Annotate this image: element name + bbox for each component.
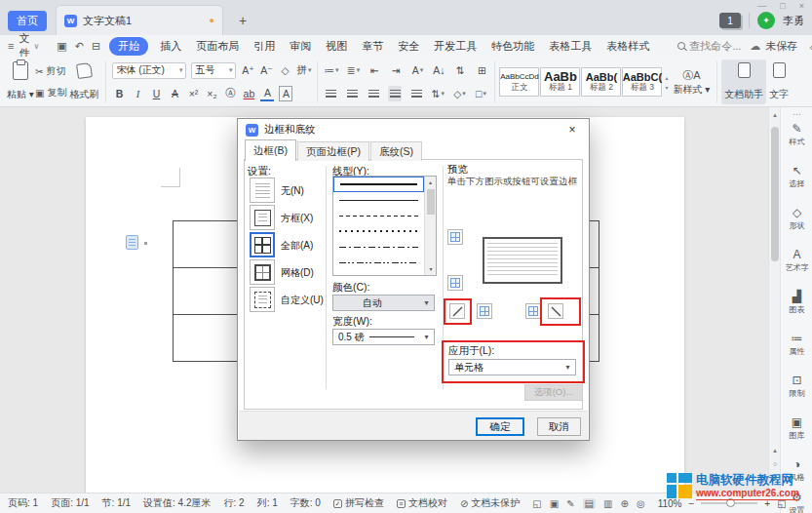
zoom-slider[interactable] [701, 502, 757, 504]
line-spacing-button[interactable]: ⇅▾ [431, 86, 445, 101]
sidebar-more-icon[interactable]: ⋯ [781, 109, 812, 119]
decrease-indent-button[interactable]: ⇤ [367, 62, 381, 78]
style-normal[interactable]: AaBbCcDd 正文 [499, 67, 539, 97]
spell-check-toggle[interactable]: ✓ 拼写检查 [333, 496, 384, 510]
command-search[interactable]: 查找命令... [677, 39, 741, 54]
underline-button[interactable]: U [149, 86, 163, 101]
sidebar-item-shapes[interactable]: ◇形状 [781, 207, 812, 232]
paste-options-icon[interactable] [126, 235, 138, 250]
font-color-button[interactable]: A [260, 86, 274, 101]
side-by-side-icon[interactable]: ▣ [550, 498, 559, 509]
dialog-titlebar[interactable]: W 边框和底纹 [238, 119, 589, 140]
scrollbar-thumb[interactable] [771, 127, 779, 261]
gallery-scroll[interactable]: ▴ ▾ [663, 74, 670, 91]
sidebar-item-gallery[interactable]: ▣图库 [781, 416, 812, 442]
tab-table-style[interactable]: 表格样式 [603, 37, 652, 56]
bottom-border-button[interactable] [447, 275, 463, 291]
sidebar-item-restrict[interactable]: ⊡限制 [781, 375, 812, 400]
insert-table-icon-button[interactable]: ⊞ [475, 62, 488, 78]
align-right-button[interactable] [367, 86, 380, 101]
outline-view-icon[interactable]: ▥ [603, 498, 612, 509]
tab-home[interactable]: 开始 [109, 37, 148, 56]
font-size-combo[interactable]: 五号▾ [191, 62, 236, 79]
save-icon[interactable]: ▣ [57, 40, 66, 53]
line-style-scrollbar[interactable]: ▴ ▾ [424, 177, 436, 275]
align-center-button[interactable] [345, 86, 359, 101]
scroll-up-icon[interactable]: ▴ [429, 179, 432, 185]
tab-references[interactable]: 引用 [251, 37, 278, 56]
width-combo[interactable]: 0.5 磅 ▾ [332, 329, 435, 345]
ok-button[interactable]: 确定 [476, 417, 524, 436]
line-style-dash-dot[interactable] [333, 239, 424, 255]
paste-button[interactable]: 粘贴 ▾ [6, 59, 35, 104]
sidebar-item-select[interactable]: ↖选择 [781, 165, 812, 190]
style-heading1[interactable]: AaBb 标题 1 [540, 67, 580, 97]
new-style-button[interactable]: ⒶA 新样式 ▾ [671, 65, 714, 99]
page-view-icon[interactable]: ▤ [583, 498, 596, 509]
clear-format-button[interactable]: ◇ [278, 62, 291, 78]
setting-box-button[interactable] [250, 205, 275, 230]
maximize-button[interactable]: □ [780, 1, 785, 11]
tab-review[interactable]: 审阅 [287, 37, 314, 56]
new-tab-button[interactable]: + [234, 12, 251, 29]
strikethrough-button[interactable]: A [168, 86, 181, 101]
setting-none-button[interactable] [250, 178, 275, 203]
align-left-button[interactable] [324, 86, 337, 101]
page-border-button[interactable]: □▾ [474, 86, 487, 101]
fullscreen-view-icon[interactable]: ◱ [532, 498, 541, 509]
left-border-button[interactable] [477, 303, 492, 319]
print-icon[interactable]: ⊟ [92, 40, 100, 53]
tab-developer[interactable]: 开发工具 [431, 37, 480, 56]
scrollbar-thumb[interactable] [427, 189, 435, 215]
line-style-solid[interactable] [333, 177, 424, 192]
close-button[interactable]: × [799, 1, 804, 11]
top-border-button[interactable] [447, 229, 463, 245]
distribute-button[interactable] [409, 86, 423, 101]
tab-table-tools[interactable]: 表格工具 [546, 37, 595, 56]
notification-badge[interactable]: 1 [719, 13, 741, 28]
subscript-button[interactable]: ×₂ [205, 86, 218, 101]
grow-font-button[interactable]: A⁺ [241, 62, 254, 78]
dialog-close-button[interactable]: × [560, 121, 585, 138]
tab-insert[interactable]: 插入 [157, 37, 184, 56]
line-style-dash-dot-dot[interactable] [333, 255, 424, 270]
line-style-dotted[interactable] [333, 223, 424, 239]
increase-indent-button[interactable]: ⇥ [389, 62, 403, 78]
tab-page-layout[interactable]: 页面布局 [193, 37, 242, 56]
tab-section[interactable]: 章节 [359, 37, 386, 56]
gallery-down-icon[interactable]: ▾ [665, 84, 668, 91]
setting-custom-button[interactable] [250, 287, 275, 312]
bullet-list-button[interactable]: ≔▾ [324, 62, 338, 78]
color-combo[interactable]: 自动 ▾ [332, 295, 435, 311]
home-tab[interactable]: 首页 [8, 11, 47, 31]
border-preview-box[interactable] [483, 237, 562, 284]
shading-button[interactable]: ◇▾ [452, 86, 466, 101]
italic-button[interactable]: I [131, 86, 144, 101]
font-name-combo[interactable]: 宋体 (正文)▾ [112, 62, 186, 79]
copy-button[interactable]: ▣复制 [35, 86, 66, 99]
dialog-tab-shading[interactable]: 底纹(S) [370, 141, 422, 161]
sidebar-item-wordart[interactable]: A艺术字 [781, 249, 812, 274]
dialog-tab-page-border[interactable]: 页面边框(P) [297, 141, 369, 161]
tab-special-features[interactable]: 特色功能 [488, 37, 537, 56]
sidebar-item-chart[interactable]: ▟图表 [781, 291, 812, 316]
bold-button[interactable]: B [112, 86, 126, 101]
paragraph-layout-button[interactable]: ⇅ [453, 62, 467, 78]
style-heading2[interactable]: AaBb( 标题 2 [581, 67, 621, 97]
sidebar-item-properties[interactable]: ≔属性 [781, 333, 812, 358]
enclose-characters-button[interactable]: Ⓐ [223, 86, 237, 101]
tab-view[interactable]: 视图 [323, 37, 350, 56]
setting-grid-button[interactable] [250, 259, 275, 285]
protection-status[interactable]: ⊘ 文档未保护 [460, 496, 520, 510]
save-status[interactable]: 未保存 [765, 39, 797, 54]
undo-icon[interactable]: ↶ [75, 40, 84, 53]
numbered-list-button[interactable]: ≣▾ [346, 62, 360, 78]
right-border-button[interactable] [525, 303, 541, 319]
scroll-down-icon[interactable]: ▾ [425, 263, 437, 275]
ink-icon[interactable]: ✎ [566, 498, 574, 509]
document-tab[interactable]: W 文字文稿1 ● [56, 5, 223, 35]
shrink-font-button[interactable]: A⁻ [259, 62, 273, 78]
document-scrollbar[interactable]: ▴ ▴ ○ ▾ [768, 107, 780, 493]
character-scale-button[interactable]: A▾ [410, 62, 424, 78]
line-style-thin[interactable] [333, 192, 424, 208]
